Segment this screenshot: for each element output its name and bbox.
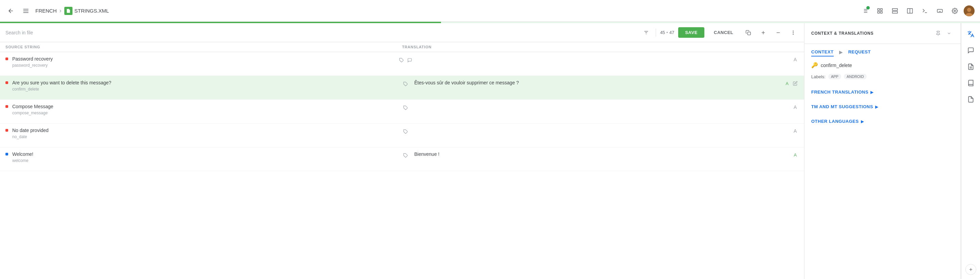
tag-icon-5[interactable] <box>402 152 409 159</box>
menu-button[interactable] <box>21 5 31 16</box>
translation-col-1: A <box>416 56 799 63</box>
other-languages-arrow: ▶ <box>861 119 864 124</box>
section-tm-mt: TM AND MT SUGGESTIONS ▶ <box>811 101 954 113</box>
top-bar: FRENCH › STRINGS.XML <box>0 0 980 22</box>
tag-icon-4[interactable] <box>402 128 409 135</box>
counter: 45 • 47 <box>660 30 675 35</box>
filter-icon[interactable] <box>641 27 652 38</box>
source-text-1: Password recovery <box>12 56 393 62</box>
context-tabs: CONTEXT ▶ REQUEST <box>811 49 954 56</box>
rows-container: Password recovery password_recovery <box>0 52 804 279</box>
comment-icon-1[interactable] <box>406 57 413 64</box>
table-row[interactable]: Are you sure you want to delete this mes… <box>0 76 804 100</box>
tm-mt-header[interactable]: TM AND MT SUGGESTIONS ▶ <box>811 101 954 113</box>
toolbar: 45 • 47 SAVE CANCEL <box>0 23 804 42</box>
svg-rect-18 <box>937 9 943 12</box>
tab-request[interactable]: REQUEST <box>848 49 871 56</box>
source-col-4: No date provided no_date <box>12 128 399 139</box>
breadcrumb: FRENCH › STRINGS.XML <box>35 7 109 15</box>
col-source-header: SOURCE STRING <box>5 45 402 49</box>
breadcrumb-separator: › <box>60 7 62 14</box>
add-panel-button[interactable] <box>966 264 976 275</box>
spellcheck-icon-3[interactable]: A <box>792 104 799 111</box>
french-translations-header[interactable]: FRENCH TRANSLATIONS ▶ <box>811 86 954 98</box>
chevron-down-icon[interactable] <box>944 29 954 38</box>
layout-icon-1[interactable] <box>874 5 886 17</box>
right-panel-title: CONTEXT & TRANSLATIONS <box>811 31 873 36</box>
svg-rect-12 <box>881 11 882 13</box>
key-icon: 🔑 <box>811 62 818 69</box>
terminal-icon[interactable] <box>919 5 931 17</box>
user-avatar[interactable] <box>964 5 975 16</box>
source-col-1: Password recovery password_recovery <box>12 56 395 68</box>
col-translation-header: TRANSLATION <box>402 45 799 49</box>
tag-icon-2[interactable] <box>402 81 409 88</box>
breadcrumb-file[interactable]: STRINGS.XML <box>64 7 109 15</box>
left-panel: 45 • 47 SAVE CANCEL <box>0 23 804 279</box>
spellcheck-icon-1[interactable]: A <box>792 56 799 63</box>
breadcrumb-lang[interactable]: FRENCH <box>35 8 57 14</box>
translation-text-2: Êtes-vous sûr de vouloir supprimer ce me… <box>414 80 781 85</box>
right-panel-header-icons <box>933 29 954 38</box>
translate-tab-button[interactable] <box>964 27 978 41</box>
layout-icon-2[interactable] <box>889 5 901 17</box>
breadcrumb-filename: STRINGS.XML <box>75 8 109 14</box>
counter-current: 45 <box>660 30 665 35</box>
split-view-icon[interactable] <box>904 5 916 17</box>
french-translations-arrow: ▶ <box>870 90 873 95</box>
glossary-tab-button[interactable] <box>964 76 978 90</box>
source-key-2: confirm_delete <box>12 87 397 91</box>
svg-point-24 <box>954 10 956 11</box>
top-bar-right <box>859 5 975 17</box>
save-button[interactable]: SAVE <box>678 27 704 38</box>
counter-total: 47 <box>669 30 674 35</box>
translation-actions-1: A <box>792 56 799 63</box>
row-icons-3 <box>399 104 412 111</box>
label-badge-android: ANDROID <box>844 74 867 79</box>
translation-col-3: A <box>412 104 799 111</box>
minus-icon[interactable] <box>773 27 784 38</box>
main-content: 45 • 47 SAVE CANCEL <box>0 23 980 279</box>
spellcheck-icon-4[interactable]: A <box>792 128 799 134</box>
svg-rect-13 <box>892 8 898 10</box>
svg-rect-9 <box>878 8 879 10</box>
document-tab-button[interactable] <box>964 60 978 73</box>
pin-icon[interactable] <box>933 29 943 38</box>
search-input[interactable] <box>5 30 637 35</box>
more-icon[interactable] <box>788 27 799 38</box>
translation-actions-2: A <box>784 80 799 87</box>
add-icon[interactable] <box>758 27 769 38</box>
tm-mt-title: TM AND MT SUGGESTIONS <box>811 104 873 109</box>
tag-icon-1[interactable] <box>398 57 405 64</box>
right-panel-header: CONTEXT & TRANSLATIONS <box>804 23 961 44</box>
copy-icon[interactable] <box>743 27 754 38</box>
tag-icon-3[interactable] <box>402 104 409 111</box>
file-tab-button[interactable] <box>964 92 978 106</box>
settings-icon[interactable] <box>949 5 961 17</box>
tab-context[interactable]: CONTEXT <box>811 49 834 56</box>
table-row[interactable]: Compose Message compose_message A <box>0 100 804 123</box>
cancel-button[interactable]: CANCEL <box>708 27 739 38</box>
table-row[interactable]: Password recovery password_recovery <box>0 52 804 76</box>
table-row[interactable]: Welcome! welcome Bienvenue ! A <box>0 147 804 171</box>
translation-text-5: Bienvenue ! <box>414 151 789 157</box>
keyboard-icon[interactable] <box>934 5 946 17</box>
row-indicator-2 <box>5 81 10 84</box>
tm-mt-arrow: ▶ <box>875 104 878 109</box>
labels-prefix: Labels: <box>811 74 826 79</box>
other-languages-header[interactable]: OTHER LANGUAGES ▶ <box>811 115 954 127</box>
edit-icon-2[interactable] <box>792 80 799 87</box>
online-status-button[interactable] <box>859 5 871 17</box>
row-indicator-5 <box>5 153 10 156</box>
spellcheck-icon-2[interactable]: A <box>784 80 791 87</box>
section-french-translations: FRENCH TRANSLATIONS ▶ <box>811 86 954 98</box>
back-button[interactable] <box>5 5 16 16</box>
source-col-3: Compose Message compose_message <box>12 104 399 115</box>
source-text-3: Compose Message <box>12 104 397 109</box>
comments-tab-button[interactable] <box>964 43 978 57</box>
svg-point-37 <box>793 33 794 35</box>
spellcheck-icon-5[interactable]: A <box>792 151 799 158</box>
key-text: confirm_delete <box>821 62 852 68</box>
table-row[interactable]: No date provided no_date A <box>0 123 804 147</box>
online-dot <box>866 6 870 10</box>
